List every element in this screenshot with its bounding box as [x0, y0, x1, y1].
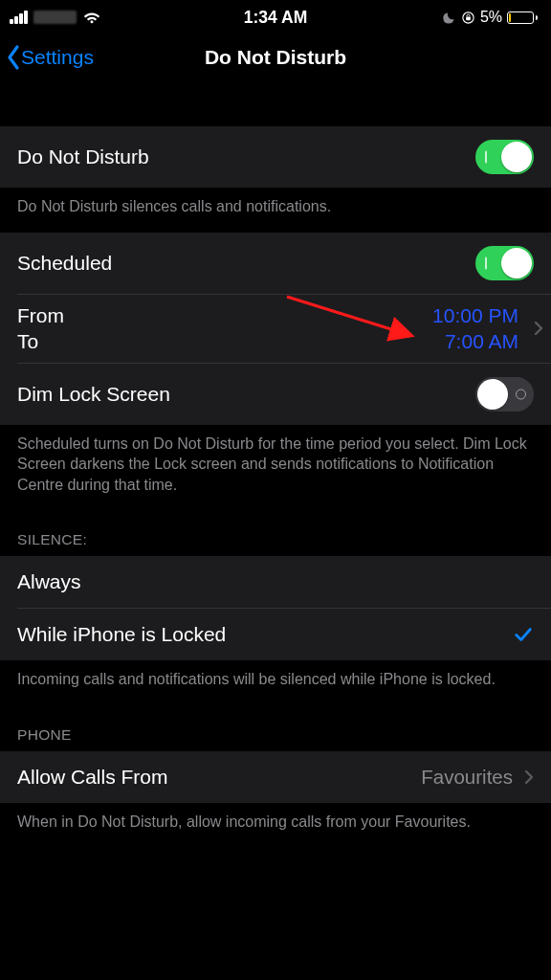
group-silence: Always While iPhone is Locked	[0, 556, 551, 660]
chevron-right-icon	[524, 769, 534, 785]
row-silence-always[interactable]: Always	[0, 556, 551, 608]
dim-toggle[interactable]	[475, 377, 534, 412]
battery-icon	[507, 11, 538, 24]
back-label: Settings	[21, 46, 94, 69]
orientation-lock-icon	[461, 11, 475, 25]
allow-label: Allow Calls From	[17, 766, 421, 789]
scheduled-footer: Scheduled turns on Do Not Disturb for th…	[0, 425, 551, 511]
scheduled-toggle[interactable]	[475, 246, 534, 280]
row-dim-lock-screen[interactable]: Dim Lock Screen	[0, 364, 551, 425]
chevron-left-icon	[6, 44, 21, 71]
dnd-toggle[interactable]	[475, 140, 534, 174]
phone-header: PHONE	[0, 705, 551, 751]
chevron-right-icon	[534, 321, 543, 336]
scheduled-label: Scheduled	[17, 252, 475, 275]
row-scheduled-toggle[interactable]: Scheduled	[0, 233, 551, 294]
to-time: 7:00 AM	[445, 330, 518, 353]
always-label: Always	[17, 570, 534, 593]
svg-rect-1	[466, 16, 471, 20]
battery-percent: 5%	[480, 9, 502, 26]
dim-label: Dim Lock Screen	[17, 383, 475, 406]
wifi-icon	[82, 8, 101, 27]
dnd-label: Do Not Disturb	[17, 145, 475, 168]
nav-bar: Settings Do Not Disturb	[0, 34, 551, 80]
back-button[interactable]: Settings	[6, 44, 94, 71]
cellular-signal-icon	[10, 11, 28, 24]
silence-header: SILENCE:	[0, 510, 551, 556]
checkmark-icon	[513, 624, 534, 645]
group-dnd: Do Not Disturb	[0, 126, 551, 188]
row-schedule-time[interactable]: From To 10:00 PM 7:00 AM	[0, 295, 551, 363]
locked-label: While iPhone is Locked	[17, 623, 513, 646]
row-dnd-toggle[interactable]: Do Not Disturb	[0, 126, 551, 188]
carrier-name-redacted	[33, 11, 77, 24]
page-title: Do Not Disturb	[205, 46, 346, 69]
silence-footer: Incoming calls and notifications will be…	[0, 660, 551, 705]
row-silence-locked[interactable]: While iPhone is Locked	[0, 609, 551, 660]
to-label: To	[17, 330, 432, 353]
dnd-footer: Do Not Disturb silences calls and notifi…	[0, 188, 551, 233]
status-bar: 1:34 AM 5%	[0, 0, 551, 34]
status-time: 1:34 AM	[244, 8, 307, 28]
dnd-moon-icon	[442, 11, 456, 25]
from-time: 10:00 PM	[432, 304, 518, 327]
allow-value: Favourites	[421, 766, 513, 789]
group-phone: Allow Calls From Favourites	[0, 751, 551, 803]
phone-footer: When in Do Not Disturb, allow incoming c…	[0, 803, 551, 848]
from-label: From	[17, 304, 432, 327]
row-allow-calls-from[interactable]: Allow Calls From Favourites	[0, 751, 551, 803]
group-scheduled: Scheduled From To 10:00 PM 7:00 AM Dim L…	[0, 233, 551, 425]
